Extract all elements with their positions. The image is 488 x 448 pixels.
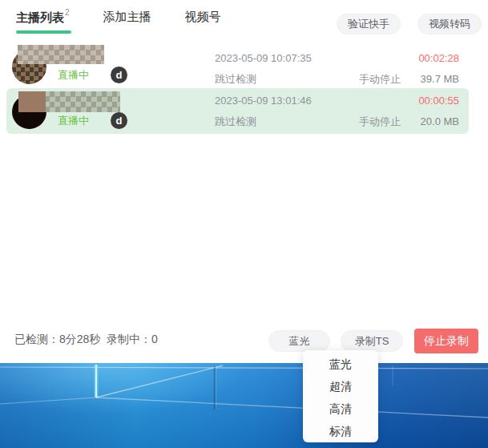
stop-recording-button[interactable]: 停止录制	[414, 329, 478, 353]
detected-time-status: 已检测：8分28秒	[14, 333, 100, 347]
censored-name-mosaic	[18, 91, 120, 112]
video-transcode-button[interactable]: 视频转码	[417, 14, 482, 34]
live-status-badge: 直播中	[58, 115, 89, 127]
record-duration: 00:02:28	[418, 52, 459, 65]
file-size: 39.7 MB	[421, 73, 459, 86]
record-ts-label: 录制TS	[355, 334, 389, 349]
video-transcode-label: 视频转码	[429, 17, 470, 31]
platform-d-icon: d	[111, 67, 127, 83]
active-tab-underline	[16, 30, 71, 34]
verify-kuaishou-label: 验证快手	[348, 17, 389, 31]
windows-logo-light-rays	[0, 363, 488, 448]
desktop-wallpaper	[0, 363, 488, 448]
live-status-badge: 直播中	[58, 69, 89, 82]
record-ts-button[interactable]: 录制TS	[341, 330, 403, 352]
tab-anchor-list-label: 主播列表	[16, 10, 64, 24]
quality-select-button[interactable]: 蓝光	[268, 330, 330, 352]
dropdown-option-hd[interactable]: 高清	[303, 398, 378, 420]
tab-anchor-list-badge: 2	[65, 8, 70, 17]
app-window: 主播列表2 添加主播 视频号 验证快手 视频转码 直播中 d 2023-05-0…	[0, 0, 488, 363]
tab-anchor-list[interactable]: 主播列表2	[16, 10, 70, 34]
manual-stop-label: 手动停止	[359, 73, 401, 86]
verify-kuaishou-button[interactable]: 验证快手	[337, 14, 401, 34]
tab-video-account-label: 视频号	[185, 10, 221, 23]
skip-detect-label: 跳过检测	[215, 115, 256, 128]
checked-timestamp: 2023-05-09 13:01:46	[215, 95, 312, 107]
tab-add-anchor[interactable]: 添加主播	[103, 10, 151, 33]
checked-timestamp: 2023-05-09 10:07:35	[215, 52, 312, 65]
recording-count-status: 录制中：0	[107, 333, 158, 347]
manual-stop-label: 手动停止	[359, 115, 401, 128]
quality-dropdown-menu: 蓝光 超清 高清 标清	[303, 350, 378, 442]
file-size: 20.0 MB	[421, 115, 459, 128]
anchor-row-1[interactable]: 直播中 d 2023-05-09 10:07:35 00:02:28 跳过检测 …	[6, 46, 469, 88]
censored-name-mosaic	[18, 45, 104, 64]
dropdown-option-blu-ray[interactable]: 蓝光	[303, 353, 378, 375]
quality-select-label: 蓝光	[289, 334, 310, 349]
anchor-row-2[interactable]: 直播中 d 2023-05-09 13:01:46 00:00:55 跳过检测 …	[6, 88, 469, 134]
skip-detect-label: 跳过检测	[215, 73, 256, 86]
dropdown-option-sd[interactable]: 标清	[303, 420, 378, 442]
dropdown-option-ultra-hd[interactable]: 超清	[303, 375, 378, 398]
screen: 主播列表2 添加主播 视频号 验证快手 视频转码 直播中 d 2023-05-0…	[0, 0, 488, 448]
stop-recording-label: 停止录制	[424, 334, 469, 349]
tab-add-anchor-label: 添加主播	[103, 10, 151, 23]
record-duration: 00:00:55	[418, 95, 459, 107]
tab-bar: 主播列表2 添加主播 视频号	[16, 10, 221, 34]
tab-video-account[interactable]: 视频号	[185, 10, 221, 33]
platform-d-icon: d	[111, 112, 127, 129]
